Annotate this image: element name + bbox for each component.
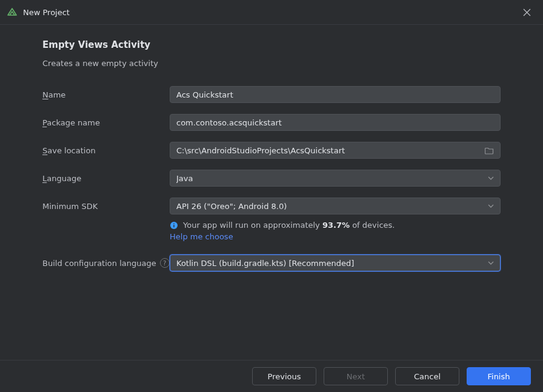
previous-button[interactable]: Previous — [252, 367, 316, 385]
save-location-input[interactable]: C:\src\AndroidStudioProjects\AcsQuicksta… — [170, 142, 501, 159]
chevron-down-icon — [488, 176, 494, 180]
svg-rect-1 — [173, 225, 174, 227]
footer: Previous Next Cancel Finish — [0, 360, 543, 392]
titlebar: New Project — [0, 0, 543, 25]
cancel-button[interactable]: Cancel — [395, 367, 459, 385]
browse-folder-icon[interactable] — [485, 147, 494, 154]
label-min-sdk: Minimum SDK — [42, 202, 170, 211]
build-config-select[interactable]: Kotlin DSL (build.gradle.kts) [Recommend… — [170, 254, 501, 271]
info-icon — [170, 221, 178, 230]
label-package: Package name — [42, 118, 170, 127]
app-logo-icon — [7, 7, 17, 17]
label-save-location: Save location — [42, 146, 170, 155]
finish-button[interactable]: Finish — [467, 367, 531, 385]
page-subtitle: Creates a new empty activity — [42, 59, 501, 68]
min-sdk-select[interactable]: API 26 ("Oreo"; Android 8.0) — [170, 198, 501, 214]
label-build-config: Build configuration language ? — [42, 258, 170, 268]
package-input[interactable]: com.contoso.acsquickstart — [170, 114, 501, 131]
window-title: New Project — [23, 8, 70, 17]
name-input[interactable]: Acs Quickstart — [170, 86, 501, 103]
label-language: Language — [42, 174, 170, 183]
dialog-content: Empty Views Activity Creates a new empty… — [0, 25, 543, 271]
label-name: Name — [42, 90, 170, 99]
device-coverage-text: Your app will run on approximately 93.7%… — [170, 221, 501, 230]
chevron-down-icon — [488, 261, 494, 265]
close-icon[interactable] — [518, 3, 536, 21]
next-button: Next — [324, 367, 388, 385]
help-icon[interactable]: ? — [160, 258, 170, 268]
language-select[interactable]: Java — [170, 170, 501, 187]
svg-rect-2 — [173, 224, 174, 224]
chevron-down-icon — [488, 204, 494, 208]
help-me-choose-link[interactable]: Help me choose — [170, 232, 233, 241]
page-title: Empty Views Activity — [42, 39, 501, 50]
